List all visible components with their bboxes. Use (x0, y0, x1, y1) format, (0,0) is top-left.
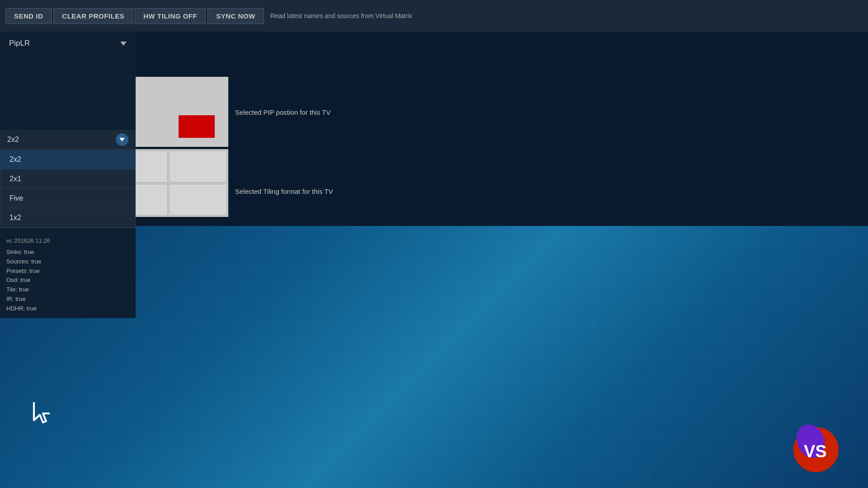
svg-text:VS: VS (804, 442, 827, 461)
sync-now-button[interactable]: SYNC NOW (208, 8, 264, 24)
timestamp: ec 201626 11:26 (6, 237, 129, 244)
pip-label-text: Selected PIP postion for this TV (235, 108, 330, 116)
app-logo: VS (791, 425, 841, 474)
cursor-icon (27, 398, 54, 425)
clear-profiles-button[interactable]: CLEAR PROFILES (53, 8, 133, 24)
tiling-selector-label: 2x2 (7, 136, 116, 144)
dropdown-item-five[interactable]: Five (0, 189, 135, 208)
tiling-label-text: Selected Tiling format for this TV (235, 188, 333, 195)
tiling-dropdown-arrow-icon (116, 133, 128, 146)
dropdown-item-2x1[interactable]: 2x1 (0, 169, 135, 189)
hw-tiling-button[interactable]: HW TILING OFF (135, 8, 206, 24)
send-id-button[interactable]: SEND ID (5, 8, 52, 24)
status-sinks: Sinks: true (6, 248, 129, 257)
status-hdhr: HDHR: true (6, 304, 129, 314)
dropdown-item-2x2[interactable]: 2x2 (0, 150, 135, 169)
status-presets: Presets: true (6, 267, 129, 276)
tile-cell-tr (169, 150, 227, 183)
status-sources: Sources: true (6, 257, 129, 267)
status-tile: Tile: true (6, 285, 129, 295)
pip-dropdown-arrow-icon (120, 42, 127, 46)
pip-selector[interactable]: PipLR (0, 32, 136, 55)
pip-position-indicator (179, 115, 215, 138)
status-ir: IR: true (6, 295, 129, 304)
sync-status-text: Read latest names and sources from Virtu… (270, 12, 412, 19)
pip-selector-label: PipLR (9, 39, 30, 48)
tile-cell-br (169, 184, 227, 216)
left-panel: PipLR 2x2 2x2 2x1 Five 1x2 ec 201626 11:… (0, 32, 136, 318)
content-layer: VS PipLR 2x2 2x2 2x1 Five 1x2 ec 201626 … (0, 32, 868, 488)
tiling-selector-row[interactable]: 2x2 (0, 130, 136, 150)
dropdown-item-1x2[interactable]: 1x2 (0, 208, 135, 228)
status-osd: Osd: true (6, 276, 129, 285)
status-info: ec 201626 11:26 Sinks: true Sources: tru… (0, 233, 136, 318)
dropdown-list: 2x2 2x1 Five 1x2 (0, 150, 136, 228)
toolbar: SEND ID CLEAR PROFILES HW TILING OFF SYN… (0, 0, 868, 32)
